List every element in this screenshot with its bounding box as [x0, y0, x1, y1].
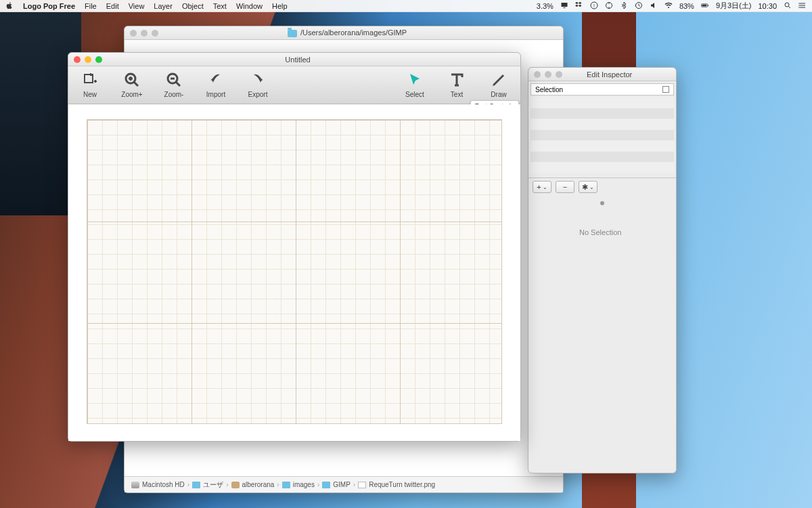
path-seg-4[interactable]: GIMP [333, 481, 351, 488]
app-name[interactable]: Logo Pop Free [23, 2, 75, 10]
screenshare-icon[interactable] [560, 1, 568, 11]
zoom-out-icon [166, 70, 182, 89]
settings-dropdown-button[interactable]: ✱ ⌄ [579, 181, 597, 193]
selection-toggle-icon[interactable] [662, 86, 669, 93]
menu-view[interactable]: View [129, 2, 145, 10]
folder-icon [322, 482, 330, 488]
editor-title: Untitled [81, 56, 515, 64]
no-selection-label: No Selection [579, 228, 621, 236]
editor-titlebar[interactable]: Untitled [68, 53, 520, 66]
wifi-icon[interactable] [664, 1, 673, 11]
editor-toolbar: New Zoom+ Zoom- Import Export Selec [68, 66, 520, 104]
apple-menu-icon[interactable] [5, 1, 14, 11]
import-button[interactable]: Import [201, 70, 231, 98]
menubar: Logo Pop Free File Edit View Layer Objec… [0, 0, 812, 12]
export-icon [250, 70, 266, 89]
disk-icon [131, 482, 139, 488]
pencil-icon [491, 70, 507, 89]
close-icon[interactable] [130, 30, 137, 37]
path-seg-3[interactable]: images [293, 481, 315, 488]
text-tool-button[interactable]: Text [442, 70, 472, 98]
draw-tool-button[interactable]: Draw [484, 70, 514, 98]
add-dropdown-button[interactable]: + ⌄ [533, 181, 551, 193]
finder-title: /Users/alberorana/images/GIMP [300, 28, 407, 37]
svg-rect-6 [702, 4, 706, 6]
menu-object[interactable]: Object [182, 2, 204, 10]
battery-percent: 83% [679, 2, 694, 10]
zoom-icon[interactable] [556, 71, 562, 78]
inspector-title: Edit Inspector [587, 70, 632, 79]
time[interactable]: 10:30 [758, 2, 777, 10]
bluetooth-icon[interactable] [620, 1, 628, 11]
menu-text[interactable]: Text [213, 2, 227, 10]
export-button[interactable]: Export [243, 70, 273, 98]
svg-rect-5 [708, 5, 708, 6]
new-button[interactable]: New [75, 70, 105, 98]
path-seg-5[interactable]: RequeTurn twitter.png [369, 481, 435, 488]
menu-layer[interactable]: Layer [154, 2, 173, 10]
menu-window[interactable]: Window [236, 2, 263, 10]
editor-window[interactable]: Untitled New Zoom+ Zoom- Import Export [68, 52, 521, 442]
canvas-grid[interactable] [87, 119, 502, 424]
menu-help[interactable]: Help [272, 2, 288, 10]
info-icon[interactable]: ! [590, 1, 598, 11]
volume-icon[interactable] [650, 1, 658, 11]
path-seg-0[interactable]: Macintosh HD [142, 481, 185, 488]
selection-label: Selection [535, 86, 563, 93]
cpu-percent: 3.3% [537, 2, 554, 10]
home-icon [231, 482, 240, 488]
cursor-icon [407, 70, 423, 89]
date[interactable]: 9月3日(土) [716, 1, 752, 11]
text-icon [449, 70, 465, 89]
svg-text:!: ! [593, 3, 595, 7]
timemachine-icon[interactable] [635, 1, 643, 11]
folder-icon [192, 482, 200, 488]
inspector-window[interactable]: Edit Inspector Selection + ⌄ − ✱ ⌄ [528, 67, 677, 473]
svg-point-8 [798, 3, 800, 4]
image-file-icon [358, 482, 366, 488]
spotlight-icon[interactable] [784, 1, 792, 11]
close-icon[interactable] [74, 56, 81, 63]
notification-center-icon[interactable] [798, 1, 807, 11]
battery-icon[interactable] [701, 1, 709, 11]
inspector-selection-row[interactable]: Selection [531, 83, 674, 96]
path-seg-1[interactable]: ユーザ [203, 480, 223, 490]
dropbox-icon[interactable] [575, 1, 583, 11]
zoom-in-icon [124, 70, 140, 89]
path-seg-2[interactable]: alberorana [242, 481, 275, 488]
close-icon[interactable] [534, 71, 541, 78]
menu-edit[interactable]: Edit [106, 2, 119, 10]
zoom-in-button[interactable]: Zoom+ [117, 70, 147, 98]
svg-point-10 [798, 7, 800, 8]
sync-icon[interactable] [605, 1, 613, 11]
inspector-titlebar[interactable]: Edit Inspector [528, 68, 676, 81]
finder-titlebar[interactable]: /Users/alberorana/images/GIMP [125, 26, 563, 40]
menu-file[interactable]: File [85, 2, 97, 10]
remove-button[interactable]: − [556, 181, 574, 193]
import-icon [208, 70, 224, 89]
minimize-icon[interactable] [545, 71, 551, 78]
svg-point-7 [785, 3, 789, 7]
new-doc-icon [82, 70, 98, 89]
zoom-out-button[interactable]: Zoom- [159, 70, 189, 98]
inspector-property-list [531, 98, 674, 173]
folder-icon [282, 482, 290, 488]
finder-pathbar[interactable]: Macintosh HD› ユーザ› alberorana› images› G… [125, 476, 563, 492]
canvas-area[interactable] [68, 104, 520, 441]
svg-point-9 [798, 5, 800, 6]
select-tool-button[interactable]: Select [400, 70, 430, 98]
folder-icon [288, 30, 297, 37]
